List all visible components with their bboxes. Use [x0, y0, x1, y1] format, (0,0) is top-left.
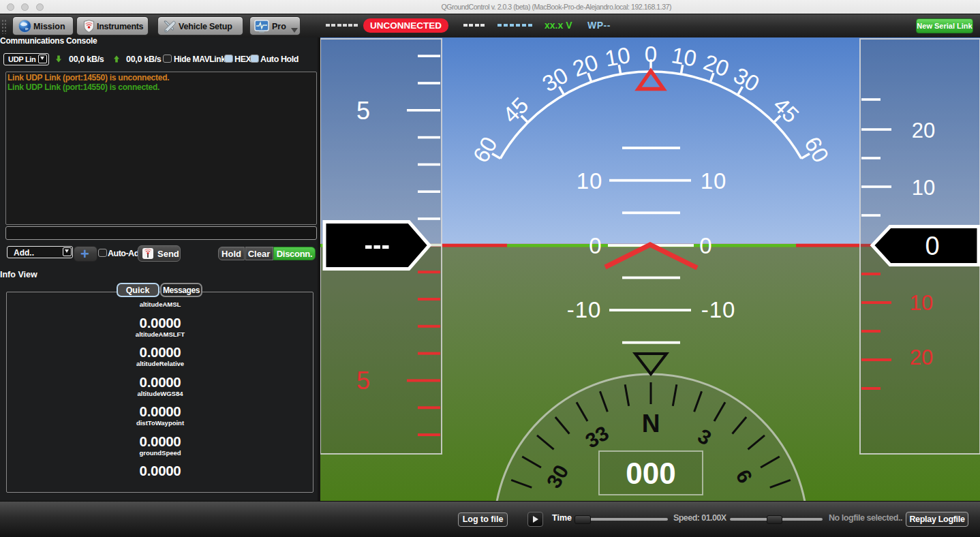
svg-text:0: 0: [699, 233, 712, 258]
svg-text:0: 0: [925, 232, 939, 260]
svg-text:5: 5: [356, 367, 370, 395]
svg-text:10: 10: [670, 42, 699, 72]
svg-text:10: 10: [577, 168, 603, 194]
svg-text:10: 10: [603, 42, 632, 72]
svg-text:000: 000: [626, 457, 675, 490]
svg-text:20: 20: [912, 119, 935, 142]
svg-text:5: 5: [356, 97, 370, 125]
svg-text:10: 10: [701, 168, 727, 194]
svg-text:20: 20: [910, 346, 933, 369]
svg-text:10: 10: [912, 176, 935, 200]
svg-text:-10: -10: [701, 297, 736, 322]
svg-text:N: N: [642, 410, 660, 438]
svg-text:10: 10: [910, 291, 933, 315]
svg-text:0: 0: [589, 233, 602, 258]
svg-text:-10: -10: [567, 297, 602, 322]
svg-text:0: 0: [645, 42, 657, 67]
